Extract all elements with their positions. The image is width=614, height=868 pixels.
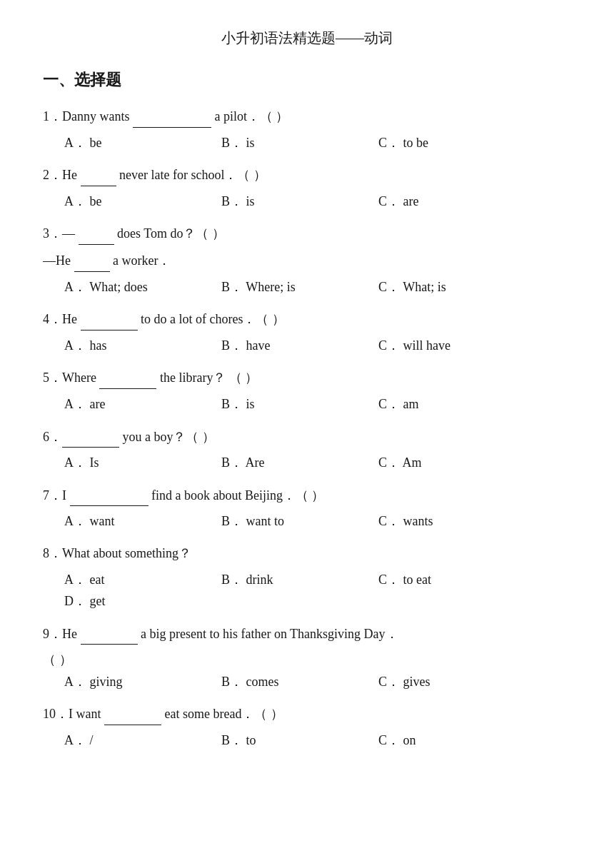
option-9-3: C． gives [378, 671, 528, 693]
question-text-10: 10．I want eat some bread．（ ） [43, 702, 571, 725]
question-before: I [62, 488, 70, 503]
question-text-2: 2．He never late for school．（ ） [43, 163, 571, 186]
blank [70, 484, 149, 507]
options-6: A． IsB． AreC． Am [43, 452, 571, 474]
question-text-6: 6． you a boy？（ ） [43, 425, 571, 448]
question-after: you a boy？（ ） [119, 430, 215, 444]
options-3: A． What; doesB． Where; isC． What; is [43, 276, 571, 298]
option-6-1: A． Is [64, 452, 214, 474]
question-before: He [62, 168, 81, 182]
question-num: 1． [43, 109, 62, 123]
question-before: What about something [62, 546, 178, 560]
blank [79, 222, 114, 245]
option-3-1: A． What; does [64, 276, 214, 298]
options-9: A． givingB． comesC． gives [43, 671, 571, 693]
blank [62, 425, 119, 448]
options-8: A． eatB． drinkC． to eatD． get [43, 569, 571, 612]
question-before: He [62, 312, 81, 326]
option-4-3: C． will have [378, 335, 528, 357]
option-2-2: B． is [221, 191, 371, 213]
options-5: A． areB． isC． am [43, 393, 571, 415]
question-after: never late for school．（ ） [116, 168, 266, 182]
option-7-3: C． wants [378, 510, 528, 533]
option-5-2: B． is [221, 393, 371, 415]
question-num: 7． [43, 488, 62, 503]
option-1-3: C． to be [378, 132, 528, 154]
question-before: Where [62, 370, 99, 385]
option-5-3: C． am [378, 393, 528, 415]
sub-blank [74, 249, 110, 272]
option-7-2: B． want to [221, 510, 371, 533]
question-before: Danny wants [62, 109, 133, 123]
question-3: 3．— does Tom do？（ ）—He a worker．A． What;… [43, 222, 571, 298]
question-after: the library？ （ ） [156, 370, 258, 385]
sub-line: —He a worker． [43, 249, 571, 272]
options-1: A． beB． isC． to be [43, 132, 571, 154]
option-10-2: B． to [221, 730, 371, 752]
option-8-4: D． get [64, 590, 214, 612]
question-text-1: 1．Danny wants a pilot．（ ） [43, 105, 571, 128]
question-2: 2．He never late for school．（ ）A． beB． is… [43, 163, 571, 212]
question-num: 5． [43, 370, 62, 385]
question-9: 9．He a big present to his father on Than… [43, 622, 571, 693]
options-10: A． /B． toC． on [43, 730, 571, 752]
question-num: 9． [43, 627, 62, 641]
question-num: 6． [43, 430, 62, 444]
option-4-2: B． have [221, 335, 371, 357]
question-num: 2． [43, 168, 62, 182]
blank [104, 702, 161, 725]
option-9-1: A． giving [64, 671, 214, 693]
options-4: A． hasB． haveC． will have [43, 335, 571, 357]
option-5-1: A． are [64, 393, 214, 415]
bracket-line: （ ） [43, 649, 571, 671]
question-after: eat some bread．（ ） [161, 707, 283, 721]
question-after: ？ [178, 546, 191, 560]
options-2: A． beB． isC． are [43, 191, 571, 213]
question-1: 1．Danny wants a pilot．（ ）A． beB． isC． to… [43, 105, 571, 153]
question-num: 8． [43, 546, 62, 560]
option-8-1: A． eat [64, 569, 214, 591]
option-6-2: B． Are [221, 452, 371, 474]
question-num: 4． [43, 312, 62, 326]
question-after: does Tom do？（ ） [114, 226, 225, 241]
blank [81, 163, 116, 186]
option-8-3: C． to eat [378, 569, 528, 591]
question-num: 10． [43, 707, 69, 721]
option-3-3: C． What; is [378, 276, 528, 298]
question-text-5: 5．Where the library？ （ ） [43, 366, 571, 389]
question-text-9: 9．He a big present to his father on Than… [43, 622, 571, 645]
question-after: a pilot．（ ） [211, 109, 289, 123]
question-8: 8．What about something？A． eatB． drinkC． … [43, 542, 571, 612]
question-after: find a book about Beijing．（ ） [149, 488, 325, 503]
option-10-1: A． / [64, 730, 214, 752]
question-text-7: 7．I find a book about Beijing．（ ） [43, 484, 571, 507]
question-text-4: 4．He to do a lot of chores．（ ） [43, 308, 571, 330]
question-num: 3． [43, 226, 62, 241]
question-before: — [62, 226, 79, 241]
option-10-3: C． on [378, 730, 528, 752]
option-8-2: B． drink [221, 569, 371, 591]
page-title: 小升初语法精选题——动词 [43, 29, 571, 48]
option-7-1: A． want [64, 510, 214, 533]
section-title: 一、选择题 [43, 69, 571, 91]
options-7: A． wantB． want toC． wants [43, 510, 571, 533]
question-6: 6． you a boy？（ ）A． IsB． AreC． Am [43, 425, 571, 474]
option-4-1: A． has [64, 335, 214, 357]
blank [81, 622, 138, 645]
option-1-2: B． is [221, 132, 371, 154]
question-7: 7．I find a book about Beijing．（ ）A． want… [43, 484, 571, 533]
question-text-8: 8．What about something？ [43, 542, 571, 565]
option-6-3: C． Am [378, 452, 528, 474]
question-5: 5．Where the library？ （ ）A． areB． isC． am [43, 366, 571, 415]
question-before: I want [69, 707, 104, 721]
blank [133, 105, 211, 128]
question-10: 10．I want eat some bread．（ ）A． /B． toC． … [43, 702, 571, 751]
option-2-1: A． be [64, 191, 214, 213]
option-2-3: C． are [378, 191, 528, 213]
question-4: 4．He to do a lot of chores．（ ）A． hasB． h… [43, 308, 571, 356]
blank [81, 308, 138, 330]
question-text-3: 3．— does Tom do？（ ） [43, 222, 571, 245]
option-3-2: B． Where; is [221, 276, 371, 298]
option-9-2: B． comes [221, 671, 371, 693]
question-after: a big present to his father on Thanksgiv… [138, 627, 398, 641]
